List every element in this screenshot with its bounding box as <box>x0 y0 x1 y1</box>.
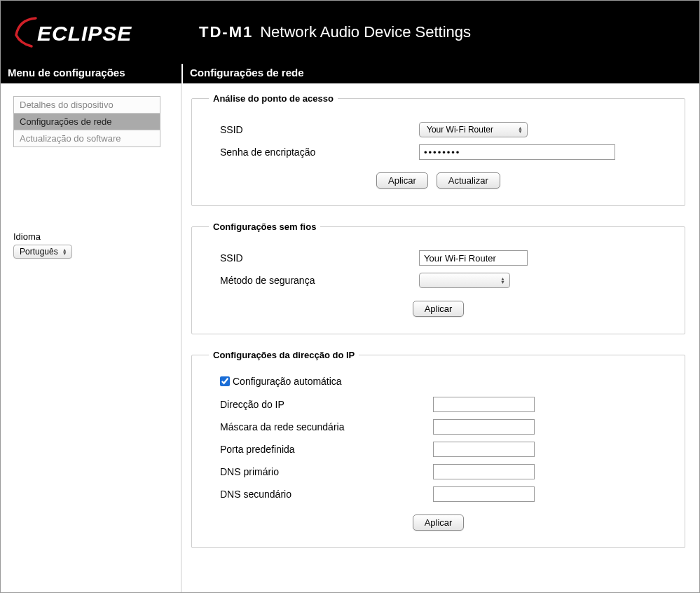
ip-address-row: Direcção do IP <box>209 397 668 412</box>
nav-item-network-settings[interactable]: Configurações de rede <box>14 114 160 130</box>
product-title: TD-M1 Network Audio Device Settings <box>199 23 471 41</box>
ip-dns1-input[interactable] <box>433 464 535 479</box>
nav-list: Detalhes do dispositivo Configurações de… <box>13 96 160 147</box>
ip-gateway-label: Porta predefinida <box>209 444 433 455</box>
wifi-ssid-row: SSID <box>209 250 668 266</box>
main-title: Configurações de rede <box>181 64 699 83</box>
section-wireless: Configurações sem fios SSID Método de se… <box>191 221 685 334</box>
ap-password-label: Senha de encriptação <box>209 146 419 158</box>
language-select-value: Português <box>20 247 58 257</box>
section-access-point: Análise do ponto de acesso SSID Your Wi-… <box>191 93 685 206</box>
language-block: Idioma Português ▲▼ <box>13 231 174 259</box>
ip-gateway-row: Porta predefinida <box>209 442 668 457</box>
section-ip-legend: Configurações da direcção do IP <box>209 350 359 360</box>
body-row: Detalhes do dispositivo Configurações de… <box>1 83 699 592</box>
language-select[interactable]: Português ▲▼ <box>13 245 72 259</box>
wifi-button-row: Aplicar <box>209 301 668 317</box>
section-wireless-legend: Configurações sem fios <box>209 221 320 232</box>
ip-auto-checkbox[interactable] <box>220 376 230 386</box>
ip-dns2-input[interactable] <box>433 486 535 502</box>
ip-mask-label: Máscara da rede secundária <box>209 421 433 432</box>
ip-dns2-row: DNS secundário <box>209 486 668 502</box>
nav-item-device-details[interactable]: Detalhes do dispositivo <box>14 97 160 114</box>
ap-ssid-row: SSID Your Wi-Fi Router ▲▼ <box>209 122 668 137</box>
wifi-ssid-input[interactable] <box>419 250 528 266</box>
eclipse-logo-icon: ECLIPSE <box>13 15 160 49</box>
app-window: ECLIPSE TD-M1 Network Audio Device Setti… <box>0 0 700 593</box>
ip-auto-label: Configuração automática <box>233 376 342 387</box>
ap-ssid-label: SSID <box>209 124 419 135</box>
ip-mask-input[interactable] <box>433 419 535 435</box>
product-subtitle: Network Audio Device Settings <box>260 23 471 41</box>
ip-address-input[interactable] <box>433 397 535 412</box>
sidebar-title: Menu de configurações <box>1 64 181 83</box>
wifi-security-label: Método de segurança <box>209 275 419 286</box>
ip-dns1-row: DNS primário <box>209 464 668 479</box>
section-ip: Configurações da direcção do IP Configur… <box>191 350 685 548</box>
ip-apply-button[interactable]: Aplicar <box>413 514 465 531</box>
ap-password-input[interactable] <box>419 144 615 160</box>
brand-logo: ECLIPSE <box>13 15 160 49</box>
ap-apply-button[interactable]: Aplicar <box>376 172 428 189</box>
product-model: TD-M1 <box>199 23 253 41</box>
language-label: Idioma <box>13 231 174 242</box>
header-bar: ECLIPSE TD-M1 Network Audio Device Setti… <box>1 1 699 64</box>
wifi-apply-button[interactable]: Aplicar <box>413 301 465 317</box>
ap-password-row: Senha de encriptação <box>209 144 668 160</box>
ip-dns2-label: DNS secundário <box>209 489 433 500</box>
ap-ssid-select-value: Your Wi-Fi Router <box>427 125 493 135</box>
ap-refresh-button[interactable]: Actualizar <box>437 172 500 189</box>
main-content: Análise do ponto de acesso SSID Your Wi-… <box>181 83 699 592</box>
nav-item-software-update[interactable]: Actualização do software <box>14 130 160 146</box>
wifi-security-select[interactable]: ▲▼ <box>419 273 510 288</box>
ip-address-label: Direcção do IP <box>209 399 433 410</box>
ip-button-row: Aplicar <box>209 514 668 531</box>
ap-button-row: Aplicar Actualizar <box>209 172 668 189</box>
chevron-updown-icon: ▲▼ <box>62 248 67 255</box>
section-access-point-legend: Análise do ponto de acesso <box>209 93 338 104</box>
sidebar: Detalhes do dispositivo Configurações de… <box>1 83 181 592</box>
section-titles-row: Menu de configurações Configurações de r… <box>1 64 699 83</box>
svg-text:ECLIPSE: ECLIPSE <box>37 22 132 45</box>
ap-ssid-select[interactable]: Your Wi-Fi Router ▲▼ <box>419 122 528 137</box>
wifi-ssid-label: SSID <box>209 252 419 264</box>
ip-dns1-label: DNS primário <box>209 466 433 477</box>
chevron-updown-icon: ▲▼ <box>518 126 523 133</box>
ip-auto-row: Configuração automática <box>209 376 668 387</box>
ip-mask-row: Máscara da rede secundária <box>209 419 668 435</box>
chevron-updown-icon: ▲▼ <box>500 277 505 284</box>
ip-gateway-input[interactable] <box>433 442 535 457</box>
wifi-security-row: Método de segurança ▲▼ <box>209 273 668 288</box>
